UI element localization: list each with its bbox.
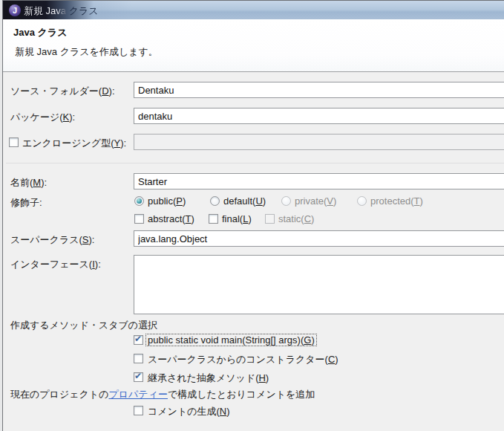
radio-public[interactable] [134,196,144,206]
final-label[interactable]: final(L) [222,213,252,224]
comments-sentence-prefix: 現在のプロジェクトの [10,389,108,400]
constructors-label[interactable]: スーパークラスからのコンストラクター(C) [148,353,338,366]
java-class-icon: J [9,4,21,16]
stubs-section-label: 作成するメソッド・スタブの選択 [10,319,157,332]
radio-protected-label: protected(T) [370,195,423,207]
section-separator [6,163,504,163]
wizard-title: Java クラス [13,26,67,39]
radio-default-label[interactable]: default(U) [223,195,266,207]
comments-sentence: 現在のプロジェクトのプロパティーで構成したとおりコメントを追加 [10,388,315,401]
enclosing-type-checkbox[interactable] [9,137,19,147]
generate-comments-label[interactable]: コメントの生成(N) [148,405,230,418]
package-label: パッケージ(K): [10,111,75,124]
properties-link[interactable]: プロパティー [108,389,168,400]
interfaces-list[interactable] [134,255,504,314]
constructors-checkbox[interactable] [134,354,143,363]
radio-default[interactable] [210,196,220,206]
inherited-methods-checkbox[interactable] [134,372,143,382]
source-folder-input[interactable] [134,82,504,98]
static-checkbox [265,214,275,224]
radio-protected [357,196,367,206]
superclass-input[interactable] [134,230,504,247]
generate-comments-checkbox[interactable] [134,406,143,415]
interfaces-label: インターフェース(I): [10,258,101,271]
radio-private [281,196,291,206]
package-input[interactable] [134,108,504,124]
static-label: static(C) [278,213,314,224]
new-java-class-dialog: J 新規 Java クラス Java クラス 新規 Java クラスを作成します… [0,0,504,431]
source-folder-label: ソース・フォルダー(D): [10,85,115,98]
inherited-methods-label[interactable]: 継承された抽象メソッド(H) [148,372,269,385]
name-label: 名前(M): [10,176,47,189]
titlebar[interactable]: J 新規 Java クラス [3,0,504,20]
window-title: 新規 Java クラス [24,4,99,18]
final-checkbox[interactable] [209,214,218,224]
comments-sentence-suffix: で構成したとおりコメントを追加 [168,389,315,400]
main-method-checkbox[interactable] [134,335,143,345]
main-method-label[interactable]: public static void main(String[] args)(G… [146,334,316,346]
modifiers-label: 修飾子: [10,196,42,210]
abstract-checkbox[interactable] [134,214,144,224]
wizard-description: 新規 Java クラスを作成します。 [15,45,158,59]
radio-private-label: private(V) [295,195,336,207]
enclosing-type-input [134,134,504,150]
abstract-label[interactable]: abstract(T) [148,213,194,224]
radio-public-label[interactable]: public(P) [148,195,186,207]
name-input[interactable] [134,173,504,189]
wizard-header: Java クラス 新規 Java クラスを作成します。 [3,19,504,72]
superclass-label: スーパークラス(S): [10,233,94,247]
enclosing-type-label[interactable]: エンクロージング型(Y): [22,137,126,150]
